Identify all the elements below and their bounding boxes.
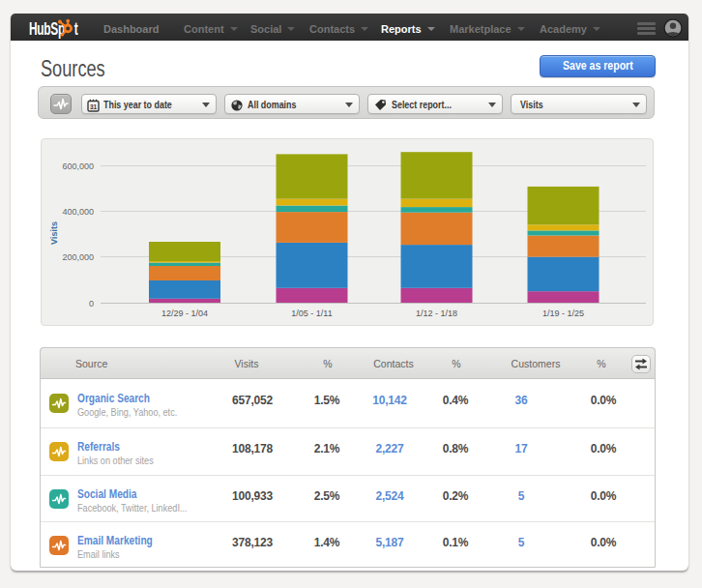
svg-text:1/12 - 1/18: 1/12 - 1/18 <box>416 309 457 318</box>
svg-text:1/19 - 1/25: 1/19 - 1/25 <box>542 309 584 318</box>
svg-text:1/05 - 1/11: 1/05 - 1/11 <box>291 309 332 318</box>
svg-text:200,000: 200,000 <box>62 252 94 262</box>
svg-text:600,000: 600,000 <box>62 162 94 171</box>
svg-text:31: 31 <box>90 103 98 110</box>
svg-text:Visits: Visits <box>49 221 59 245</box>
svg-text:12/29 - 1/04: 12/29 - 1/04 <box>161 309 208 318</box>
svg-text:0: 0 <box>89 299 94 309</box>
svg-text:400,000: 400,000 <box>62 207 94 217</box>
